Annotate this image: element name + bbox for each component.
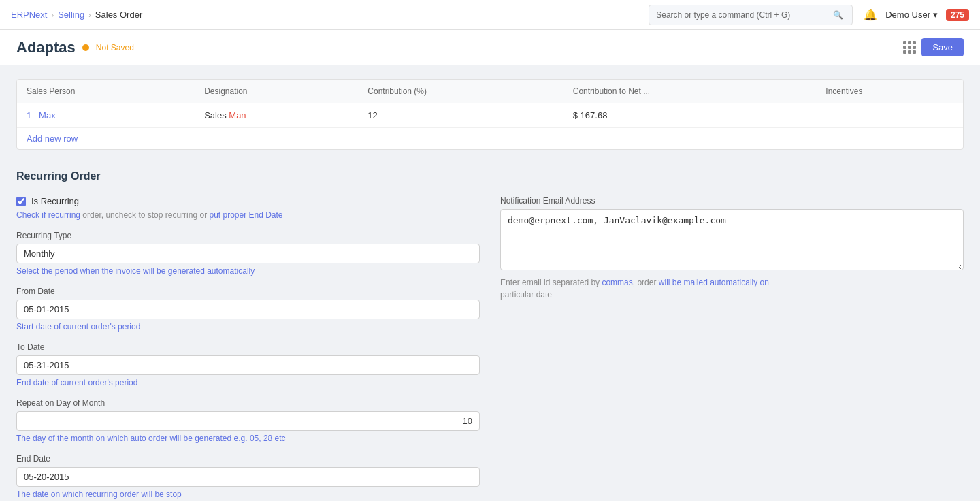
recurring-hint: Check if recurring order, uncheck to sto… xyxy=(16,210,480,220)
status-dot xyxy=(82,44,89,51)
hint-1: Enter email id separated by xyxy=(500,278,600,287)
from-date-label: From Date xyxy=(16,287,480,296)
notification-email-textarea[interactable]: demo@erpnext.com, JanVaclavik@example.co… xyxy=(500,209,964,270)
to-date-label: To Date xyxy=(16,342,480,352)
cell-contribution: 12 xyxy=(358,103,563,128)
end-date-hint: The date on which recurring order will b… xyxy=(16,489,480,499)
col-contribution-net: Contribution to Net ... xyxy=(564,80,817,103)
is-recurring-label[interactable]: Is Recurring xyxy=(31,196,79,206)
header-actions: Save xyxy=(903,38,964,56)
recurring-type-group: Recurring Type Select the period when th… xyxy=(16,231,480,276)
end-date-input[interactable] xyxy=(16,467,480,487)
page-header: Adaptas Not Saved Save xyxy=(0,30,980,65)
hint-4: will be mailed automatically on xyxy=(659,278,769,287)
cell-row-num: 1 Max xyxy=(17,103,195,128)
nav-right: 🔔 Demo User ▾ 275 xyxy=(864,8,969,21)
designation-prefix: Sales xyxy=(204,110,229,120)
recurring-form: Is Recurring Check if recurring order, u… xyxy=(16,196,964,501)
grid-dot xyxy=(913,41,916,44)
search-icon: 🔍 xyxy=(833,10,843,20)
search-input[interactable] xyxy=(656,10,833,20)
grid-dot xyxy=(908,50,911,54)
page-title: Adaptas xyxy=(16,39,76,56)
end-date-label: End Date xyxy=(16,454,480,464)
grid-dot xyxy=(908,46,911,49)
hint-recurring-text: order, uncheck to stop recurring or xyxy=(80,210,209,220)
grid-dot xyxy=(913,46,916,49)
to-date-group: To Date End date of current order's peri… xyxy=(16,342,480,387)
sales-team-table: Sales Person Designation Contribution (%… xyxy=(16,79,964,150)
hint-end-date-blue: put proper End Date xyxy=(209,210,282,220)
user-chevron-icon: ▾ xyxy=(933,10,938,20)
breadcrumb: ERPNext › Selling › Sales Order xyxy=(11,10,649,20)
notification-col: Notification Email Address demo@erpnext.… xyxy=(500,196,964,501)
is-recurring-row: Is Recurring xyxy=(16,196,480,206)
recurring-type-input[interactable] xyxy=(16,244,480,263)
main-content: Sales Person Designation Contribution (%… xyxy=(0,65,980,501)
user-label: Demo User xyxy=(885,10,930,20)
from-date-input[interactable] xyxy=(16,300,480,319)
cell-contribution-net: $ 167.68 xyxy=(564,103,817,128)
notification-email-label: Notification Email Address xyxy=(500,196,964,206)
table-header-row: Sales Person Designation Contribution (%… xyxy=(17,80,963,103)
notification-badge: 275 xyxy=(946,9,969,21)
recurring-order-section: Recurring Order Is Recurring Check if re… xyxy=(16,170,964,501)
grid-dot xyxy=(913,50,916,54)
recurring-left-col: Is Recurring Check if recurring order, u… xyxy=(16,196,480,501)
hint-recurring-blue: Check if recurring xyxy=(16,210,80,220)
cell-designation: Sales Man xyxy=(195,103,358,128)
recurring-type-label: Recurring Type xyxy=(16,231,480,240)
to-date-input[interactable] xyxy=(16,355,480,375)
breadcrumb-erpnext[interactable]: ERPNext xyxy=(11,10,47,20)
grid-dot xyxy=(908,41,911,44)
save-button[interactable]: Save xyxy=(921,38,964,56)
row-number: 1 xyxy=(27,110,31,120)
notification-email-group: Notification Email Address demo@erpnext.… xyxy=(500,196,964,301)
repeat-input[interactable] xyxy=(16,411,480,431)
repeat-group: Repeat on Day of Month The day of the mo… xyxy=(16,398,480,443)
notification-icon[interactable]: 🔔 xyxy=(864,8,877,21)
breadcrumb-current: Sales Order xyxy=(95,10,142,20)
col-sales-person: Sales Person xyxy=(17,80,195,103)
section-title: Recurring Order xyxy=(16,170,964,182)
sales-person-link[interactable]: Max xyxy=(39,110,56,120)
hint-3: , order xyxy=(633,278,657,287)
col-incentives: Incentives xyxy=(816,80,963,103)
chevron-icon-2: › xyxy=(88,11,91,19)
table-row: 1 Max Sales Man 12 $ 167.68 xyxy=(17,103,963,128)
recurring-type-hint: Select the period when the invoice will … xyxy=(16,266,480,276)
page-title-area: Adaptas Not Saved xyxy=(16,39,134,56)
designation-highlight: Man xyxy=(229,110,246,120)
grid-dot xyxy=(903,46,906,49)
col-contribution: Contribution (%) xyxy=(358,80,563,103)
to-date-hint: End date of current order's period xyxy=(16,378,480,387)
top-nav: ERPNext › Selling › Sales Order 🔍 🔔 Demo… xyxy=(0,0,980,30)
search-bar[interactable]: 🔍 xyxy=(649,5,853,25)
repeat-label: Repeat on Day of Month xyxy=(16,398,480,408)
from-date-hint: Start date of current order's period xyxy=(16,322,480,332)
chevron-icon-1: › xyxy=(51,11,54,19)
notification-email-hint: Enter email id separated by commas, orde… xyxy=(500,276,964,301)
cell-incentives xyxy=(816,103,963,128)
repeat-hint: The day of the month on which auto order… xyxy=(16,434,480,443)
hint-2: commas xyxy=(602,278,632,287)
hint-5: particular date xyxy=(500,290,552,300)
grid-dot xyxy=(903,50,906,54)
status-label: Not Saved xyxy=(96,43,134,52)
user-menu[interactable]: Demo User ▾ xyxy=(885,10,938,20)
grid-menu-icon[interactable] xyxy=(903,41,916,54)
col-designation: Designation xyxy=(195,80,358,103)
breadcrumb-selling[interactable]: Selling xyxy=(58,10,84,20)
from-date-group: From Date Start date of current order's … xyxy=(16,287,480,332)
add-row-button[interactable]: Add new row xyxy=(17,128,87,149)
end-date-group: End Date The date on which recurring ord… xyxy=(16,454,480,499)
grid-dot xyxy=(903,41,906,44)
is-recurring-checkbox[interactable] xyxy=(16,197,26,206)
